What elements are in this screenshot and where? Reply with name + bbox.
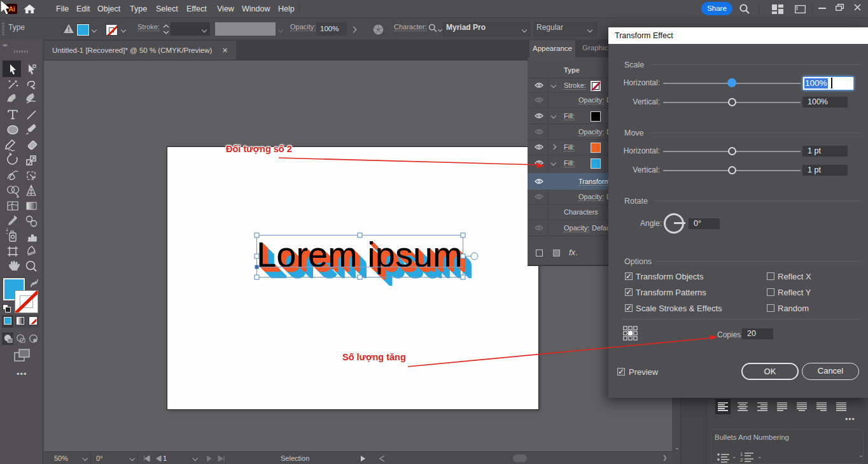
svg-text:2: 2	[740, 457, 743, 463]
svg-text:1: 1	[740, 451, 743, 457]
